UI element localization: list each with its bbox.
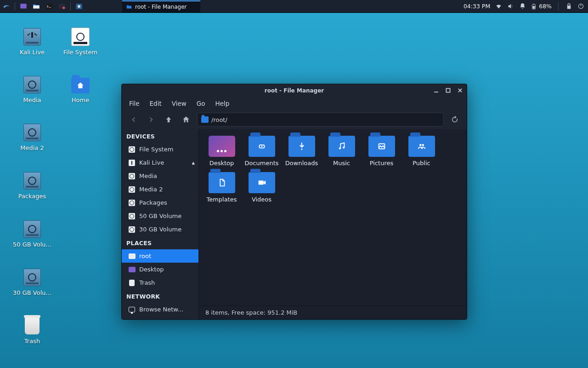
folder-templates[interactable]: Templates bbox=[202, 172, 242, 203]
reload-button[interactable] bbox=[448, 113, 461, 126]
folder-documents[interactable]: Documents bbox=[242, 136, 282, 167]
folder-pictures[interactable]: Pictures bbox=[362, 136, 401, 167]
sidebar-item-30-gb-volume[interactable]: 30 GB Volume bbox=[122, 223, 198, 236]
sidebar-item-label: root bbox=[139, 253, 151, 259]
menu-view[interactable]: View bbox=[172, 100, 187, 107]
separator bbox=[70, 2, 71, 11]
launcher-kazam-icon[interactable] bbox=[56, 0, 68, 12]
sidebar: DEVICESFile SystemKali Live▴MediaMedia 2… bbox=[122, 129, 199, 319]
desktop[interactable]: Trash30 GB Volu...50 GB Volu...PackagesM… bbox=[0, 13, 588, 368]
sidebar-item-50-gb-volume[interactable]: 50 GB Volume bbox=[122, 209, 198, 223]
wifi-icon[interactable] bbox=[495, 3, 502, 10]
status-text: 8 items, Free space: 951.2 MiB bbox=[205, 309, 297, 316]
sidebar-heading: DEVICES bbox=[122, 129, 198, 143]
desktop-icon-label: File System bbox=[57, 49, 103, 56]
folder-music[interactable]: Music bbox=[322, 136, 362, 167]
taskbar: root - File Manager 04:33 PM 68% bbox=[0, 0, 588, 13]
nav-forward-button[interactable] bbox=[145, 113, 158, 126]
folder-videos[interactable]: Videos bbox=[242, 172, 282, 203]
power-icon[interactable] bbox=[577, 3, 584, 10]
sidebar-item-trash[interactable]: Trash bbox=[122, 276, 198, 289]
path-bar[interactable]: /root/ bbox=[197, 113, 444, 126]
disc-icon bbox=[128, 226, 136, 233]
notifications-icon[interactable] bbox=[519, 3, 526, 10]
folder-downloads[interactable]: Downloads bbox=[282, 136, 322, 167]
menu-help[interactable]: Help bbox=[215, 100, 230, 107]
svg-rect-0 bbox=[20, 4, 27, 9]
launcher-desktop-icon[interactable] bbox=[17, 0, 29, 12]
battery-indicator[interactable]: 68% bbox=[531, 3, 552, 10]
nav-back-button[interactable] bbox=[127, 113, 140, 126]
fsys-icon bbox=[70, 27, 90, 47]
svg-rect-24 bbox=[258, 180, 263, 184]
desktop-icon-label: Media 2 bbox=[9, 144, 55, 151]
sidebar-item-root[interactable]: root bbox=[122, 249, 198, 263]
window-title: root - File Manager bbox=[265, 87, 324, 94]
battery-percent: 68% bbox=[539, 3, 552, 10]
svg-point-17 bbox=[261, 146, 262, 147]
svg-point-22 bbox=[419, 144, 421, 146]
folder-grid[interactable]: DesktopDocumentsDownloadsMusicPicturesPu… bbox=[199, 129, 467, 305]
svg-point-20 bbox=[343, 147, 345, 149]
folder-icon bbox=[408, 136, 435, 157]
trash-icon bbox=[22, 316, 42, 336]
disc-icon bbox=[128, 213, 136, 220]
nav-up-button[interactable] bbox=[162, 113, 175, 126]
desktop-icon-trash[interactable]: Trash bbox=[9, 316, 55, 345]
sidebar-item-label: Kali Live bbox=[139, 159, 164, 166]
menu-file[interactable]: File bbox=[129, 100, 140, 107]
sidebar-item-file-system[interactable]: File System bbox=[122, 143, 198, 156]
sidebar-item-desktop[interactable]: Desktop bbox=[122, 263, 198, 276]
taskbar-entry-file-manager[interactable]: root - File Manager bbox=[122, 0, 200, 12]
window-minimize-button[interactable] bbox=[432, 86, 440, 94]
sidebar-item-media[interactable]: Media bbox=[122, 169, 198, 183]
desktop-icon-packages[interactable]: Packages bbox=[9, 171, 55, 200]
sidebar-item-label: Desktop bbox=[139, 266, 164, 273]
desktop-icon-file-system[interactable]: File System bbox=[57, 27, 103, 56]
file-manager-window: root - File Manager File Edit View Go He… bbox=[121, 84, 467, 320]
home-icon bbox=[70, 75, 90, 95]
svg-point-18 bbox=[301, 149, 302, 150]
desktop-icon-home[interactable]: Home bbox=[57, 75, 103, 104]
desktop-icon-media-2[interactable]: Media 2 bbox=[9, 122, 55, 151]
launcher-terminal-icon[interactable] bbox=[43, 0, 55, 12]
clock[interactable]: 04:33 PM bbox=[464, 3, 490, 10]
window-titlebar[interactable]: root - File Manager bbox=[122, 84, 467, 97]
launcher-app-icon[interactable] bbox=[73, 0, 85, 12]
eject-icon[interactable]: ▴ bbox=[192, 159, 195, 166]
desktop-icon-50-gb-volu-[interactable]: 50 GB Volu... bbox=[9, 219, 55, 248]
folder-label: Pictures bbox=[362, 160, 401, 167]
folder-icon bbox=[288, 136, 315, 157]
disc-icon bbox=[128, 199, 136, 207]
folder-desktop[interactable]: Desktop bbox=[202, 136, 242, 167]
svg-point-4 bbox=[62, 6, 65, 9]
folder-label: Documents bbox=[242, 160, 282, 167]
sidebar-item-packages[interactable]: Packages bbox=[122, 196, 198, 209]
folder-public[interactable]: Public bbox=[401, 136, 441, 167]
menu-edit[interactable]: Edit bbox=[150, 100, 162, 107]
window-maximize-button[interactable] bbox=[444, 86, 452, 94]
nav-home-button[interactable] bbox=[180, 113, 192, 126]
desktop-icon-kali-live[interactable]: Kali Live bbox=[9, 27, 55, 56]
folder-label: Downloads bbox=[282, 160, 322, 167]
desktop-icon-label: Home bbox=[57, 97, 103, 104]
svg-rect-13 bbox=[446, 88, 450, 92]
svg-rect-9 bbox=[533, 4, 534, 4]
lock-icon[interactable] bbox=[565, 3, 572, 10]
folder-icon bbox=[249, 136, 275, 157]
disc-icon bbox=[128, 172, 136, 180]
sidebar-item-media-2[interactable]: Media 2 bbox=[122, 183, 198, 196]
launcher-files-icon[interactable] bbox=[30, 0, 42, 12]
volume-icon[interactable] bbox=[507, 3, 514, 10]
network-icon bbox=[128, 306, 136, 313]
desktop-icon-media[interactable]: Media bbox=[9, 75, 55, 104]
sidebar-item-kali-live[interactable]: Kali Live▴ bbox=[122, 156, 198, 169]
desktop-icon-label: Packages bbox=[9, 193, 55, 200]
desktop-icon-label: 30 GB Volu... bbox=[9, 289, 55, 296]
desktop-icon-30-gb-volu-[interactable]: 30 GB Volu... bbox=[9, 267, 55, 296]
separator bbox=[558, 2, 559, 11]
menu-kali-icon[interactable] bbox=[0, 0, 12, 12]
sidebar-item-browse-netw-[interactable]: Browse Netw... bbox=[122, 303, 198, 316]
menu-go[interactable]: Go bbox=[197, 100, 205, 107]
window-close-button[interactable] bbox=[456, 86, 464, 94]
